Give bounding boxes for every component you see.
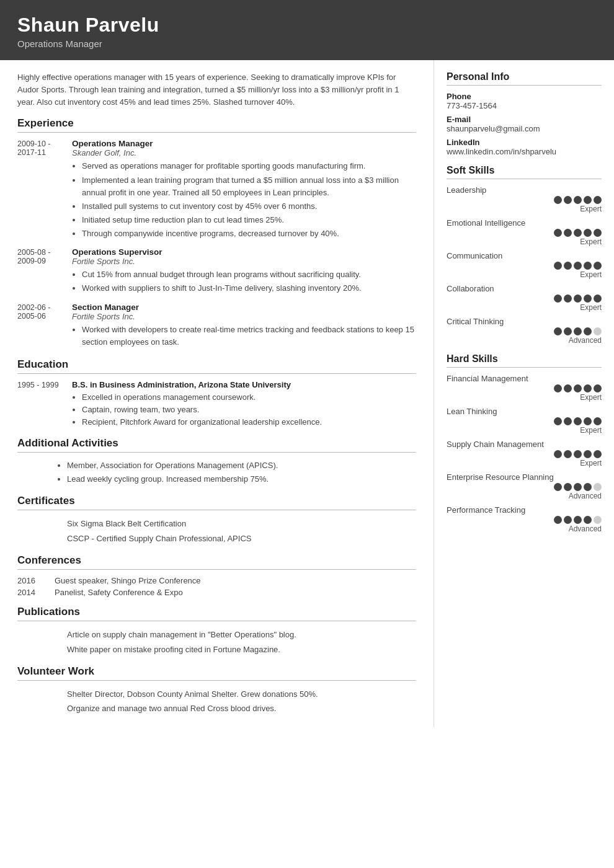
conf-desc: Panelist, Safety Conference & Expo xyxy=(55,588,183,597)
skill-level: Expert xyxy=(447,393,602,402)
phone-value: 773-457-1564 xyxy=(447,101,602,110)
soft-skills-title: Soft Skills xyxy=(447,165,602,179)
skill-dot-filled xyxy=(574,196,582,204)
edu-date: 1995 - 1999 xyxy=(17,380,72,428)
skill-dot-filled xyxy=(554,417,562,425)
publications-section-title: Publications xyxy=(17,606,416,621)
edu-bullet-item: Excelled in operations management course… xyxy=(82,391,416,404)
skill-dots xyxy=(447,229,602,237)
skill-dot-filled xyxy=(594,384,602,392)
education-entry: 1995 - 1999B.S. in Business Administrati… xyxy=(17,380,416,428)
skill-level: Advanced xyxy=(447,525,602,533)
skill-dots xyxy=(447,384,602,392)
exp-bullets: Worked with developers to create real-ti… xyxy=(72,324,416,348)
exp-bullet-item: Served as operations manager for profita… xyxy=(82,160,416,172)
experience-entry: 2009-10 - 2017-11Operations ManagerSkand… xyxy=(17,139,416,241)
publication-item: White paper on mistake proofing cited in… xyxy=(17,642,416,657)
skill-dot-filled xyxy=(554,450,562,458)
hard-skills-container: Financial ManagementExpertLean ThinkingE… xyxy=(447,374,602,533)
skill-dots xyxy=(447,196,602,204)
skill-dot-filled xyxy=(554,384,562,392)
exp-bullet-item: Worked with developers to create real-ti… xyxy=(82,324,416,348)
exp-job-title: Operations Manager xyxy=(72,139,416,148)
education-container: 1995 - 1999B.S. in Business Administrati… xyxy=(17,380,416,428)
skill-name: Collaboration xyxy=(447,284,602,293)
edu-content: B.S. in Business Administration, Arizona… xyxy=(72,380,416,428)
exp-bullet-item: Cut 15% from annual budget through lean … xyxy=(82,268,416,281)
skill-name: Emotional Intelligence xyxy=(447,218,602,228)
skill-dot-filled xyxy=(574,262,582,270)
skill-row: CommunicationExpert xyxy=(447,251,602,279)
skill-dots xyxy=(447,327,602,335)
skill-dot-filled xyxy=(564,196,572,204)
conf-year: 2016 xyxy=(17,576,55,585)
skill-dots xyxy=(447,262,602,270)
exp-content: Section ManagerFortile Sports Inc.Worked… xyxy=(72,303,416,350)
exp-bullet-item: Implemented a lean training program that… xyxy=(82,174,416,199)
skill-dot-filled xyxy=(564,327,572,335)
skill-dot-filled xyxy=(594,196,602,204)
activities-list: Member, Association for Operations Manag… xyxy=(17,459,416,486)
summary-text: Highly effective operations manager with… xyxy=(17,71,416,108)
skill-dot-filled xyxy=(574,294,582,303)
skill-dot-filled xyxy=(564,294,572,303)
skill-level: Expert xyxy=(447,205,602,213)
linkedin-label: LinkedIn xyxy=(447,138,602,147)
skill-dot-filled xyxy=(554,262,562,270)
soft-skills-container: LeadershipExpertEmotional IntelligenceEx… xyxy=(447,185,602,345)
skill-dot-filled xyxy=(574,417,582,425)
skill-row: Financial ManagementExpert xyxy=(447,374,602,402)
volunteer-container: Shelter Director, Dobson County Animal S… xyxy=(17,687,416,716)
skill-dot-filled xyxy=(594,229,602,237)
exp-job-title: Section Manager xyxy=(72,303,416,312)
exp-bullet-item: Initiated setup time reduction plan to c… xyxy=(82,214,416,226)
edu-degree: B.S. in Business Administration, Arizona… xyxy=(72,380,416,389)
skill-dot-filled xyxy=(574,450,582,458)
phone-label: Phone xyxy=(447,92,602,101)
email-value: shaunparvelu@gmail.com xyxy=(447,124,602,133)
skill-row: Emotional IntelligenceExpert xyxy=(447,218,602,246)
certificate-item: Six Sigma Black Belt Certification xyxy=(17,516,416,531)
skill-dot-empty xyxy=(594,327,602,335)
edu-bullet-item: Captain, rowing team, two years. xyxy=(82,404,416,416)
skill-level: Expert xyxy=(447,426,602,435)
skill-dots xyxy=(447,450,602,458)
skill-name: Communication xyxy=(447,251,602,260)
skill-level: Expert xyxy=(447,237,602,246)
skill-dot-filled xyxy=(594,294,602,303)
skill-dot-filled xyxy=(574,384,582,392)
left-column: Highly effective operations manager with… xyxy=(0,60,434,727)
candidate-name: Shaun Parvelu xyxy=(17,14,597,37)
certificates-section-title: Certificates xyxy=(17,495,416,510)
exp-company: Skander Golf, Inc. xyxy=(72,148,416,157)
email-label: E-mail xyxy=(447,115,602,124)
exp-content: Operations ManagerSkander Golf, Inc.Serv… xyxy=(72,139,416,241)
skill-level: Expert xyxy=(447,459,602,467)
experience-section-title: Experience xyxy=(17,117,416,133)
skill-dot-filled xyxy=(574,483,582,491)
skill-dot-filled xyxy=(584,516,592,524)
skill-dot-empty xyxy=(594,483,602,491)
experience-entry: 2005-08 - 2009-09Operations SupervisorFo… xyxy=(17,247,416,296)
exp-company: Fortile Sports Inc. xyxy=(72,312,416,321)
exp-bullet-item: Through companywide incentive programs, … xyxy=(82,228,416,240)
experience-container: 2009-10 - 2017-11Operations ManagerSkand… xyxy=(17,139,416,349)
skill-row: Performance TrackingAdvanced xyxy=(447,505,602,533)
right-column: Personal Info Phone 773-457-1564 E-mail … xyxy=(434,60,614,727)
skill-name: Lean Thinking xyxy=(447,407,602,416)
skill-dot-empty xyxy=(594,516,602,524)
skill-dot-filled xyxy=(584,483,592,491)
skill-dot-filled xyxy=(594,417,602,425)
skill-dot-filled xyxy=(554,516,562,524)
experience-entry: 2002-06 - 2005-06Section ManagerFortile … xyxy=(17,303,416,350)
skill-dot-filled xyxy=(564,262,572,270)
skill-dot-filled xyxy=(574,516,582,524)
candidate-title: Operations Manager xyxy=(17,38,597,49)
certificate-item: CSCP - Certified Supply Chain Profession… xyxy=(17,531,416,546)
skill-level: Advanced xyxy=(447,336,602,345)
skill-name: Supply Chain Management xyxy=(447,440,602,449)
skill-dot-filled xyxy=(594,450,602,458)
hard-skills-title: Hard Skills xyxy=(447,353,602,368)
skill-row: Critical ThinkingAdvanced xyxy=(447,317,602,345)
skill-row: CollaborationExpert xyxy=(447,284,602,312)
